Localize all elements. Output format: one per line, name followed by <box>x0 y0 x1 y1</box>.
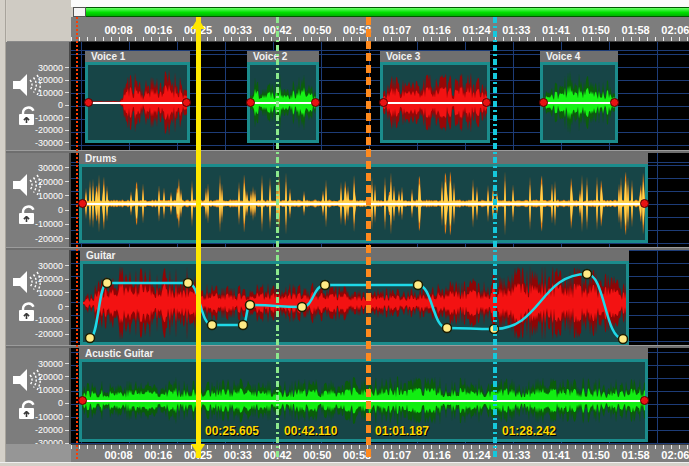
amplitude-scale-tick <box>65 292 69 293</box>
clip-acoustic-guitar[interactable]: Acustic Guitar <box>79 348 648 442</box>
volume-handle-left[interactable] <box>78 396 87 405</box>
clip-title-drums[interactable]: Drums <box>79 153 648 164</box>
amplitude-scale-label: 10000 <box>38 88 63 98</box>
volume-handle-right[interactable] <box>182 98 191 107</box>
amplitude-scale-tick <box>65 320 69 321</box>
amplitude-scale-tick <box>65 210 69 211</box>
ruler-label: 01:16 <box>423 24 451 36</box>
amplitude-scale-label: 10000 <box>38 288 63 298</box>
amplitude-scale-label: -20000 <box>35 125 63 135</box>
clip-title-voice-2[interactable]: Voice 2 <box>247 51 319 62</box>
amplitude-scale-label: 0 <box>58 205 63 215</box>
amplitude-scale-label: -10000 <box>35 219 63 229</box>
volume-line[interactable] <box>250 102 316 104</box>
track-row-acoustic-guitar: 3000020000100000-10000-20000-30000 Acust… <box>6 348 689 444</box>
track-lane-2[interactable]: Drums <box>71 153 689 247</box>
top-left-panel <box>7 0 71 42</box>
amplitude-scale-label: 0 <box>58 398 63 408</box>
clip-title-guitar[interactable]: Guitar <box>80 250 629 261</box>
volume-handle-right[interactable] <box>640 396 649 405</box>
clip-voice-4[interactable]: Voice 4 <box>540 51 618 143</box>
amplitude-scale-label: -10000 <box>35 412 63 422</box>
clip-voice-2[interactable]: Voice 2 <box>247 51 319 143</box>
ruler-label: 00:33 <box>224 449 252 461</box>
amplitude-scale-label: 0 <box>58 302 63 312</box>
ruler-label: 00:25 <box>184 449 212 461</box>
ruler-label: 00:58 <box>343 449 371 461</box>
amplitude-scale-tick <box>65 376 69 377</box>
volume-handle-right[interactable] <box>610 98 619 107</box>
amplitude-scale-label: -20000 <box>35 329 63 339</box>
clip-voice-1[interactable]: Voice 1 <box>85 51 190 143</box>
ruler-label: 01:58 <box>622 449 650 461</box>
ruler-label: 01:33 <box>502 449 530 461</box>
amplitude-scale-tick <box>65 181 69 182</box>
ruler-label: 01:41 <box>542 24 570 36</box>
amplitude-scale-label: 20000 <box>38 274 63 284</box>
amplitude-scale-label: 10000 <box>38 191 63 201</box>
track-lane-4[interactable]: Acustic Guitar <box>71 348 689 444</box>
bottom-ruler[interactable]: 00:0800:1600:2500:3300:4200:5000:5801:07… <box>71 444 689 462</box>
clip-title-voice-3[interactable]: Voice 3 <box>380 51 490 62</box>
volume-handle-left[interactable] <box>78 199 87 208</box>
top-ruler-ticks <box>71 37 689 41</box>
amplitude-scale-tick <box>65 334 69 335</box>
amplitude-scale-tick <box>65 430 69 431</box>
ruler-label: 00:33 <box>224 24 252 36</box>
amplitude-scale-label: 30000 <box>38 163 63 173</box>
range-bar[interactable] <box>86 7 689 17</box>
amplitude-scale-tick <box>65 117 69 118</box>
amplitude-scale-label: 30000 <box>38 359 63 369</box>
amplitude-scale-label: -10000 <box>35 315 63 325</box>
volume-handle-right[interactable] <box>482 98 491 107</box>
ruler-label: 01:07 <box>383 24 411 36</box>
track-row-guitar: 3000020000100000-10000-20000-30000 Guita… <box>6 250 689 345</box>
volume-handle-left[interactable] <box>246 98 255 107</box>
amplitude-scale-label: -30000 <box>35 138 63 148</box>
amplitude-scale-tick <box>65 105 69 106</box>
amplitude-scale-tick <box>65 142 69 143</box>
amplitude-scale-label: 10000 <box>38 385 63 395</box>
amplitude-scale-label: 30000 <box>38 261 63 271</box>
ruler-label: 01:50 <box>582 24 610 36</box>
track-lane-3[interactable]: Guitar <box>71 250 689 345</box>
ruler-label: 01:16 <box>423 449 451 461</box>
amplitude-scale-tick <box>65 67 69 68</box>
window-bottom-edge <box>0 462 689 466</box>
ruler-label: 00:08 <box>104 449 132 461</box>
ruler-label: 00:08 <box>104 24 132 36</box>
ruler-label: 00:16 <box>144 24 172 36</box>
amplitude-scale-tick <box>65 265 69 266</box>
amplitude-scale-tick <box>65 130 69 131</box>
volume-handle-left[interactable] <box>379 98 388 107</box>
volume-line[interactable] <box>543 102 615 104</box>
top-ruler[interactable]: 00:0800:1600:2500:3300:4200:5000:5801:07… <box>71 17 689 42</box>
volume-handle-left[interactable] <box>539 98 548 107</box>
ruler-label: 00:50 <box>303 24 331 36</box>
volume-line[interactable] <box>82 400 645 402</box>
volume-line[interactable] <box>383 102 487 104</box>
amplitude-scale-label: -10000 <box>35 113 63 123</box>
volume-line[interactable] <box>82 203 645 205</box>
clip-title-voice-1[interactable]: Voice 1 <box>85 51 190 62</box>
clip-voice-3[interactable]: Voice 3 <box>380 51 490 143</box>
clip-guitar[interactable]: Guitar <box>80 250 629 345</box>
amplitude-scale-tick <box>65 80 69 81</box>
volume-handle-right[interactable] <box>311 98 320 107</box>
ruler-label: 01:58 <box>622 24 650 36</box>
clip-title-voice-4[interactable]: Voice 4 <box>540 51 618 62</box>
clip-drums[interactable]: Drums <box>79 153 648 243</box>
amplitude-scale-label: 20000 <box>38 177 63 187</box>
amplitude-scale-tick <box>65 279 69 280</box>
track-lane-1[interactable]: Voice 1 Voice 2 Voice 3 <box>71 42 689 150</box>
volume-handle-right[interactable] <box>640 199 649 208</box>
range-bar-handle[interactable] <box>73 7 86 17</box>
ruler-label: 02:06 <box>661 24 689 36</box>
ruler-label: 01:50 <box>582 449 610 461</box>
volume-handle-left[interactable] <box>84 98 93 107</box>
clip-title-acoustic-guitar[interactable]: Acustic Guitar <box>79 348 648 359</box>
amplitude-scale-tick <box>65 92 69 93</box>
amplitude-scale-label: 20000 <box>38 372 63 382</box>
volume-line[interactable] <box>88 102 187 104</box>
amplitude-scale-tick <box>65 238 69 239</box>
